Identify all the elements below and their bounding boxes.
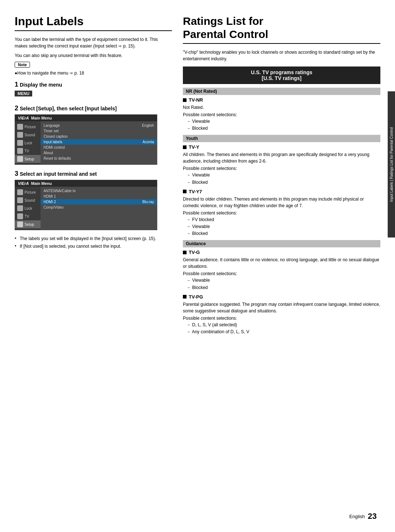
setup2-icon bbox=[17, 221, 23, 227]
tvy7-possible: Possible content selections: bbox=[183, 210, 380, 216]
right-intro: "V-chip" technology enables you to lock … bbox=[183, 49, 380, 62]
menu-button: MENU bbox=[15, 91, 32, 96]
tvg-item-2: Blocked bbox=[187, 284, 380, 291]
step3-heading: 3 Select an input terminal and set bbox=[15, 170, 172, 178]
left-intro2: You can also skip any unused terminal wi… bbox=[15, 52, 172, 59]
rating-tvy: TV-Y All children. The themes and elemen… bbox=[183, 144, 380, 186]
tvpg-item-1: D, L, S, V (all selected) bbox=[187, 322, 380, 328]
side-label-wrapper: Input Labels | Ratings List for Parental… bbox=[388, 91, 395, 238]
tv-menu-2: VIErA Main Menu Picture Sound bbox=[15, 180, 157, 230]
sidebar-sound: Sound bbox=[15, 131, 41, 139]
step2: 2 Select [Setup], then select [Input lab… bbox=[15, 104, 172, 165]
left-title: Input Labels bbox=[15, 15, 172, 31]
lock2-icon bbox=[17, 205, 23, 211]
tv-menu-1-sidebar: Picture Sound Lock TV bbox=[15, 121, 41, 164]
tvy7-label: TV-Y7 bbox=[183, 189, 380, 194]
tv-icon bbox=[17, 148, 23, 154]
tv-menu-2-header: VIErA Main Menu bbox=[15, 180, 157, 187]
menu-row-timerset: Timer set bbox=[41, 128, 157, 134]
menu-row-closedcaption: Closed caption bbox=[41, 134, 157, 139]
tvy-possible: Possible content selections: bbox=[183, 166, 380, 171]
tvpg-possible: Possible content selections: bbox=[183, 316, 380, 321]
menu2-row-antenna: ANTENNA/Cable In bbox=[41, 188, 157, 194]
rating-tvy7: TV-Y7 Directed to older children. Themes… bbox=[183, 189, 380, 238]
right-title: Ratings List for Parental Control bbox=[183, 15, 380, 44]
tvy7-item-3: Blocked bbox=[187, 230, 380, 237]
rating-tvg: TV-G General audience. It contains littl… bbox=[183, 250, 380, 291]
left-column: Input Labels You can label the terminal … bbox=[15, 15, 172, 517]
tv-menu-1-header: VIErA Main Menu bbox=[15, 115, 157, 121]
tvnr-item-1: Viewable bbox=[187, 118, 380, 125]
sidebar-tv: TV bbox=[15, 147, 41, 155]
tv-menu-2-body: Picture Sound Lock TV bbox=[15, 187, 157, 230]
tvg-items: Viewable Blocked bbox=[183, 277, 380, 291]
sidebar-setup: Setup bbox=[15, 155, 41, 163]
tvy-square bbox=[183, 145, 187, 149]
step3: 3 Select an input terminal and set VIErA… bbox=[15, 170, 172, 230]
tvpg-square bbox=[183, 295, 187, 299]
sound2-icon bbox=[17, 197, 23, 203]
tv-menu-1-content: LanguageEnglish Timer set Closed caption… bbox=[41, 121, 157, 164]
sidebar2-sound: Sound bbox=[15, 196, 41, 204]
right-column: Ratings List for Parental Control "V-chi… bbox=[183, 15, 384, 517]
us-tv-header: U.S. TV programs ratings [U.S. TV rating… bbox=[183, 66, 380, 84]
menu2-row-comp: Comp/Video bbox=[41, 205, 157, 210]
tvpg-label: TV-PG bbox=[183, 294, 380, 300]
sidebar-picture: Picture bbox=[15, 123, 41, 131]
tvpg-item-2: Any combination of D, L, S, V bbox=[187, 328, 380, 335]
tvg-square bbox=[183, 251, 187, 254]
note-label: Note bbox=[15, 62, 30, 68]
footer-language: English bbox=[349, 514, 365, 519]
tvy-item-2: Blocked bbox=[187, 179, 380, 186]
bullet-2: If [Not used] is selected, you cannot se… bbox=[15, 243, 172, 250]
sidebar2-lock: Lock bbox=[15, 204, 41, 212]
tvy-items: Viewable Blocked bbox=[183, 172, 380, 186]
tvy7-items: FV blocked Viewable Blocked bbox=[183, 216, 380, 238]
page-footer: English 23 bbox=[349, 512, 377, 521]
us-tv-header-line1: U.S. TV programs ratings bbox=[187, 69, 377, 75]
menu-row-hdmicontrol: HDMI control bbox=[41, 145, 157, 150]
picture-icon bbox=[17, 124, 23, 130]
tvnr-desc: Not Rated. bbox=[183, 104, 380, 111]
tvpg-items: D, L, S, V (all selected) Any combinatio… bbox=[183, 322, 380, 335]
tvnr-item-2: Blocked bbox=[187, 125, 380, 132]
sound-icon bbox=[17, 132, 23, 138]
tv-menu-1: VIErA Main Menu Picture Sound bbox=[15, 114, 157, 165]
tvpg-desc: Parental guidance suggested. The program… bbox=[183, 301, 380, 314]
tvy7-item-2: Viewable bbox=[187, 223, 380, 230]
left-bullets: The labels you set will be displayed in … bbox=[15, 235, 172, 250]
tvy7-item-1: FV blocked bbox=[187, 216, 380, 223]
tvg-possible: Possible content selections: bbox=[183, 271, 380, 276]
category-bar-youth: Youth bbox=[183, 135, 380, 142]
category-bar-guidance: Guidance bbox=[183, 240, 380, 247]
tvnr-items: Viewable Blocked bbox=[183, 118, 380, 132]
step1: 1 Display the menu MENU bbox=[15, 81, 172, 99]
menu-row-resetdefaults: Reset to defaults bbox=[41, 156, 157, 161]
setup-icon bbox=[17, 156, 23, 162]
sidebar2-setup: Setup bbox=[15, 220, 41, 228]
tvnr-label: TV-NR bbox=[183, 97, 380, 103]
tvnr-possible: Possible content selections: bbox=[183, 112, 380, 117]
tv-menu-2-sidebar: Picture Sound Lock TV bbox=[15, 187, 41, 230]
sidebar2-picture: Picture bbox=[15, 188, 41, 196]
tvy7-desc: Directed to older children. Themes and e… bbox=[183, 196, 380, 209]
tvg-label: TV-G bbox=[183, 250, 380, 255]
tv2-icon bbox=[17, 213, 23, 219]
us-tv-header-line2: [U.S. TV ratings] bbox=[187, 75, 377, 81]
tvy-label: TV-Y bbox=[183, 144, 380, 150]
tvg-item-1: Viewable bbox=[187, 277, 380, 284]
menu-row-about: About bbox=[41, 150, 157, 156]
rating-tvpg: TV-PG Parental guidance suggested. The p… bbox=[183, 294, 380, 335]
category-bar-nr: NR (Not Rated) bbox=[183, 88, 380, 95]
tvy7-square bbox=[183, 190, 187, 193]
lock-icon bbox=[17, 140, 23, 146]
page-number: 23 bbox=[368, 512, 377, 521]
tvy-item-1: Viewable bbox=[187, 172, 380, 179]
step2-heading: 2 Select [Setup], then select [Input lab… bbox=[15, 104, 172, 112]
tv-menu-1-body: Picture Sound Lock TV bbox=[15, 121, 157, 164]
left-intro1: You can label the terminal with the type… bbox=[15, 36, 172, 49]
note-text: ●How to navigate the menu ➾ p. 18 bbox=[15, 71, 172, 76]
menu-row-inputlabels: Input labelsAconta bbox=[41, 139, 157, 145]
sidebar2-tv: TV bbox=[15, 212, 41, 220]
tvg-desc: General audience. It contains little or … bbox=[183, 256, 380, 270]
